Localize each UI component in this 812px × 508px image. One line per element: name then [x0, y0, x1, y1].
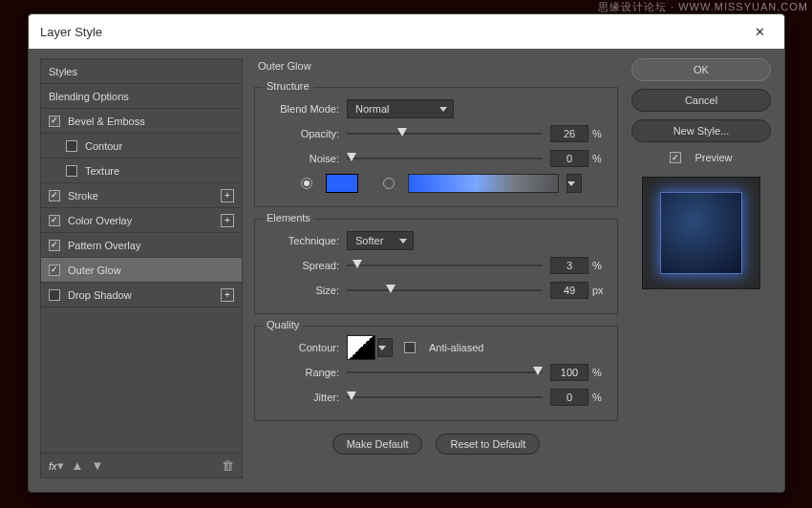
- sidebar-footer: fx▾ ▲ ▼ 🗑: [41, 453, 242, 477]
- preview-label: Preview: [694, 152, 732, 163]
- sidebar-item-blending-options[interactable]: Blending Options: [41, 84, 242, 109]
- sidebar-item-bevel-emboss[interactable]: Bevel & Emboss: [41, 109, 242, 134]
- spread-unit: %: [588, 260, 608, 271]
- size-input[interactable]: 49: [550, 282, 588, 299]
- add-drop-shadow-icon[interactable]: +: [221, 288, 234, 302]
- quality-group: Quality Contour: Anti-aliased Range: 100…: [254, 326, 618, 421]
- noise-slider[interactable]: [347, 149, 543, 168]
- color-radio[interactable]: [301, 178, 312, 189]
- sidebar-item-pattern-overlay[interactable]: Pattern Overlay: [41, 233, 242, 258]
- anti-aliased-checkbox[interactable]: [404, 342, 416, 353]
- close-button[interactable]: ✕: [747, 21, 773, 43]
- jitter-input[interactable]: 0: [550, 389, 588, 406]
- reset-default-button[interactable]: Reset to Default: [436, 434, 540, 455]
- opacity-slider[interactable]: [347, 124, 543, 143]
- noise-unit: %: [588, 153, 608, 164]
- checkbox-stroke[interactable]: [49, 190, 60, 201]
- add-color-overlay-icon[interactable]: +: [221, 214, 234, 227]
- contour-label: Contour:: [265, 342, 347, 353]
- blend-mode-dropdown[interactable]: Normal: [347, 99, 454, 118]
- technique-dropdown[interactable]: Softer: [347, 231, 414, 250]
- move-down-icon[interactable]: ▼: [91, 458, 103, 473]
- elements-legend: Elements: [263, 212, 314, 223]
- dialog-title: Layer Style: [40, 25, 102, 39]
- noise-label: Noise:: [265, 153, 347, 164]
- checkbox-color-overlay[interactable]: [49, 215, 60, 226]
- sidebar-item-stroke[interactable]: Stroke+: [41, 183, 242, 208]
- preview-box: [642, 177, 760, 289]
- checkbox-pattern-overlay[interactable]: [49, 240, 60, 251]
- size-slider[interactable]: [347, 281, 543, 300]
- anti-aliased-label: Anti-aliased: [429, 342, 483, 353]
- sidebar-item-texture[interactable]: Texture: [41, 159, 242, 183]
- noise-input[interactable]: 0: [550, 150, 588, 167]
- spread-input[interactable]: 3: [550, 257, 588, 274]
- titlebar: Layer Style ✕: [29, 14, 784, 49]
- contour-picker[interactable]: [347, 335, 375, 360]
- action-column: OK Cancel New Style... Preview: [630, 58, 773, 478]
- spread-label: Spread:: [265, 260, 347, 271]
- size-unit: px: [588, 285, 608, 296]
- layer-style-dialog: Layer Style ✕ Styles Blending Options Be…: [28, 13, 785, 493]
- gradient-radio[interactable]: [383, 178, 395, 189]
- preview-swatch: [660, 192, 742, 274]
- watermark-text: 思缘设计论坛 · WWW.MISSYUAN.COM: [598, 0, 808, 14]
- opacity-unit: %: [588, 128, 608, 139]
- opacity-label: Opacity:: [265, 128, 347, 139]
- settings-panel: Outer Glow Structure Blend Mode: Normal …: [254, 58, 618, 478]
- opacity-input[interactable]: 26: [550, 125, 588, 142]
- range-slider[interactable]: [347, 363, 543, 382]
- checkbox-outer-glow[interactable]: [49, 265, 60, 276]
- jitter-unit: %: [588, 392, 608, 403]
- technique-label: Technique:: [265, 235, 347, 246]
- trash-icon[interactable]: 🗑: [222, 458, 234, 473]
- gradient-dropdown[interactable]: [566, 174, 582, 193]
- jitter-slider[interactable]: [347, 388, 543, 407]
- spread-slider[interactable]: [347, 256, 543, 275]
- elements-group: Elements Technique: Softer Spread: 3 % S…: [254, 219, 618, 314]
- range-unit: %: [588, 367, 608, 378]
- sidebar-item-drop-shadow[interactable]: Drop Shadow+: [41, 283, 242, 307]
- cancel-button[interactable]: Cancel: [631, 89, 771, 112]
- panel-title: Outer Glow: [254, 58, 618, 75]
- new-style-button[interactable]: New Style...: [631, 119, 771, 142]
- jitter-label: Jitter:: [265, 392, 347, 403]
- checkbox-bevel[interactable]: [49, 116, 60, 127]
- styles-sidebar: Styles Blending Options Bevel & Emboss C…: [40, 58, 243, 478]
- range-label: Range:: [265, 367, 347, 378]
- fx-menu-icon[interactable]: fx▾: [49, 458, 64, 473]
- structure-group: Structure Blend Mode: Normal Opacity: 26…: [254, 87, 618, 207]
- sidebar-spacer: [41, 307, 242, 453]
- preview-checkbox[interactable]: [670, 152, 681, 163]
- range-input[interactable]: 100: [550, 364, 588, 381]
- checkbox-drop-shadow[interactable]: [49, 289, 60, 301]
- sidebar-item-color-overlay[interactable]: Color Overlay+: [41, 208, 242, 233]
- blend-mode-label: Blend Mode:: [265, 103, 347, 115]
- checkbox-contour[interactable]: [66, 140, 77, 152]
- quality-legend: Quality: [263, 319, 303, 330]
- move-up-icon[interactable]: ▲: [72, 458, 84, 473]
- color-swatch[interactable]: [326, 174, 358, 193]
- sidebar-item-styles[interactable]: Styles: [41, 59, 242, 84]
- size-label: Size:: [265, 285, 347, 296]
- sidebar-item-outer-glow[interactable]: Outer Glow: [41, 258, 242, 283]
- ok-button[interactable]: OK: [631, 58, 771, 81]
- gradient-swatch[interactable]: [408, 174, 559, 193]
- contour-dropdown[interactable]: [377, 338, 393, 357]
- structure-legend: Structure: [263, 80, 313, 92]
- add-stroke-icon[interactable]: +: [221, 189, 234, 202]
- make-default-button[interactable]: Make Default: [332, 434, 423, 455]
- checkbox-texture[interactable]: [66, 165, 77, 177]
- sidebar-item-contour[interactable]: Contour: [41, 134, 242, 159]
